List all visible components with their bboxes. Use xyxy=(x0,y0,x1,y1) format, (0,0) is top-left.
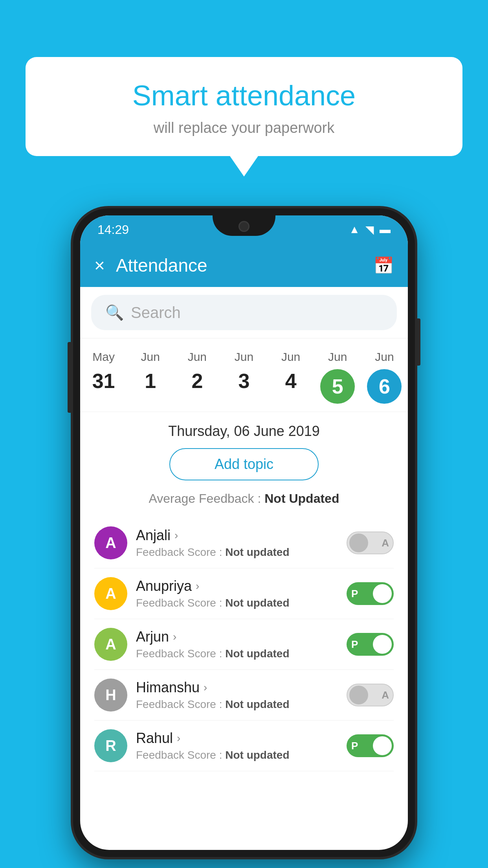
battery-icon: ▬ xyxy=(380,223,391,236)
phone-notch xyxy=(213,215,275,236)
app-bar: × Attendance 📅 xyxy=(80,244,408,287)
avatar-1: A xyxy=(94,577,127,610)
chevron-icon: › xyxy=(204,681,207,694)
avatar-4: R xyxy=(94,729,127,762)
date-strip: May31Jun1Jun2Jun3Jun4Jun5Jun6 xyxy=(80,338,408,412)
selected-date-label: Thursday, 06 June 2019 xyxy=(94,423,394,440)
student-row-2[interactable]: AArjun ›Feedback Score : Not updatedP xyxy=(94,619,394,670)
front-camera xyxy=(238,221,250,232)
student-info-1: Anupriya ›Feedback Score : Not updated xyxy=(136,578,338,609)
bubble-title: Smart attendance xyxy=(49,79,439,112)
date-col-1[interactable]: Jun1 xyxy=(127,346,174,408)
student-name-4: Rahul › xyxy=(136,730,338,747)
student-row-3[interactable]: HHimanshu ›Feedback Score : Not updatedA xyxy=(94,670,394,721)
toggle-2[interactable]: P xyxy=(347,633,394,656)
student-info-0: Anjali ›Feedback Score : Not updated xyxy=(136,527,338,559)
status-icons: ▲ ◥ ▬ xyxy=(349,223,391,236)
avg-feedback: Average Feedback : Not Updated xyxy=(94,491,394,506)
student-list: AAnjali ›Feedback Score : Not updatedAAA… xyxy=(94,518,394,771)
phone-shell: 14:29 ▲ ◥ ▬ × Attendance 📅 🔍 Se xyxy=(73,208,415,857)
date-month-5: Jun xyxy=(328,350,347,364)
date-month-2: Jun xyxy=(188,350,207,364)
student-name-0: Anjali › xyxy=(136,527,338,544)
app-bar-title: Attendance xyxy=(116,255,207,276)
date-num-2: 2 xyxy=(191,369,203,393)
date-num-4: 4 xyxy=(285,369,297,393)
date-col-5[interactable]: Jun5 xyxy=(314,346,361,408)
phone-screen: 14:29 ▲ ◥ ▬ × Attendance 📅 🔍 Se xyxy=(80,215,408,850)
content-area: Thursday, 06 June 2019 Add topic Average… xyxy=(80,412,408,782)
chevron-icon: › xyxy=(196,580,199,592)
date-month-0: May xyxy=(92,350,115,364)
avatar-2: A xyxy=(94,628,127,661)
student-feedback-3: Feedback Score : Not updated xyxy=(136,698,338,711)
toggle-0[interactable]: A xyxy=(347,531,394,554)
app-bar-left: × Attendance xyxy=(94,255,207,276)
calendar-icon[interactable]: 📅 xyxy=(373,256,394,275)
chevron-icon: › xyxy=(174,529,178,542)
search-bar[interactable]: 🔍 Search xyxy=(91,295,397,330)
search-icon: 🔍 xyxy=(105,304,124,321)
date-num-1: 1 xyxy=(145,369,156,393)
student-row-4[interactable]: RRahul ›Feedback Score : Not updatedP xyxy=(94,721,394,771)
toggle-1[interactable]: P xyxy=(347,582,394,605)
student-feedback-1: Feedback Score : Not updated xyxy=(136,597,338,609)
wifi-icon: ▲ xyxy=(349,223,360,236)
student-info-4: Rahul ›Feedback Score : Not updated xyxy=(136,730,338,761)
date-month-4: Jun xyxy=(281,350,300,364)
bubble-subtitle: will replace your paperwork xyxy=(49,120,439,136)
date-month-1: Jun xyxy=(141,350,160,364)
date-month-6: Jun xyxy=(375,350,394,364)
date-col-0[interactable]: May31 xyxy=(80,346,127,408)
student-row-1[interactable]: AAnupriya ›Feedback Score : Not updatedP xyxy=(94,568,394,619)
toggle-4[interactable]: P xyxy=(347,734,394,757)
add-topic-button[interactable]: Add topic xyxy=(169,448,319,480)
student-name-2: Arjun › xyxy=(136,629,338,645)
status-time: 14:29 xyxy=(97,223,129,237)
student-feedback-2: Feedback Score : Not updated xyxy=(136,647,338,660)
avatar-3: H xyxy=(94,679,127,712)
student-name-3: Himanshu › xyxy=(136,679,338,696)
date-col-6[interactable]: Jun6 xyxy=(361,346,408,408)
search-input[interactable]: Search xyxy=(131,304,181,322)
date-col-3[interactable]: Jun3 xyxy=(220,346,267,408)
signal-icon: ◥ xyxy=(365,223,374,236)
toggle-3[interactable]: A xyxy=(347,684,394,706)
chevron-icon: › xyxy=(177,732,180,745)
date-col-2[interactable]: Jun2 xyxy=(174,346,220,408)
speech-bubble: Smart attendance will replace your paper… xyxy=(26,57,462,156)
student-row-0[interactable]: AAnjali ›Feedback Score : Not updatedA xyxy=(94,518,394,568)
student-name-1: Anupriya › xyxy=(136,578,338,594)
phone: 14:29 ▲ ◥ ▬ × Attendance 📅 🔍 Se xyxy=(73,208,415,857)
search-container: 🔍 Search xyxy=(80,287,408,338)
student-feedback-0: Feedback Score : Not updated xyxy=(136,546,338,559)
date-month-3: Jun xyxy=(235,350,253,364)
student-feedback-4: Feedback Score : Not updated xyxy=(136,749,338,761)
chevron-icon: › xyxy=(173,631,176,643)
student-info-3: Himanshu ›Feedback Score : Not updated xyxy=(136,679,338,711)
avatar-0: A xyxy=(94,526,127,559)
date-col-4[interactable]: Jun4 xyxy=(268,346,314,408)
close-button[interactable]: × xyxy=(94,255,105,276)
student-info-2: Arjun ›Feedback Score : Not updated xyxy=(136,629,338,660)
date-num-3: 3 xyxy=(238,369,250,393)
date-num-0: 31 xyxy=(92,369,115,393)
